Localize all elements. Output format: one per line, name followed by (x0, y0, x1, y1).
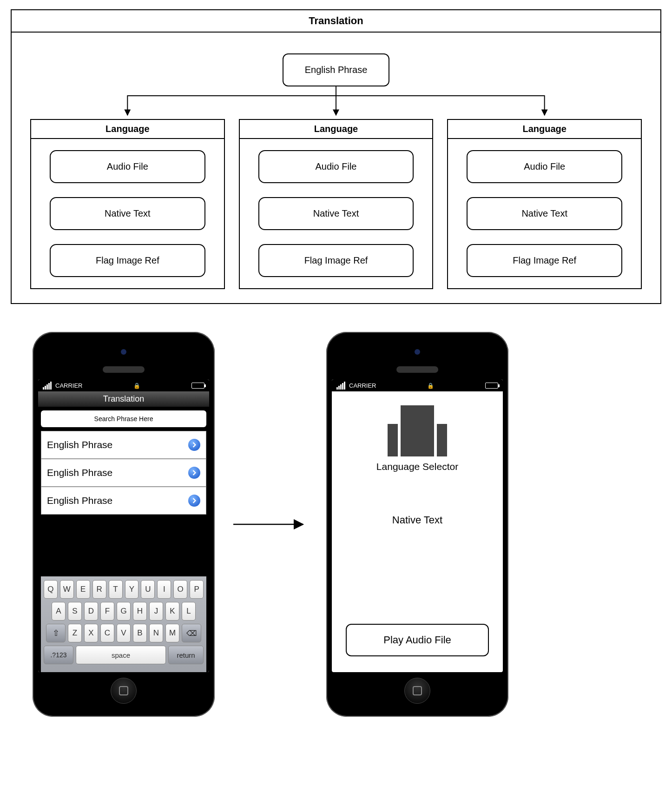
disclosure-icon[interactable] (188, 467, 200, 479)
diagram-body: English Phrase Language Audio File Nativ… (12, 33, 660, 303)
letter-key[interactable]: V (117, 624, 131, 642)
flag-image-ref-node: Flag Image Ref (258, 244, 414, 277)
phone-mockup-list: CARRIER Translation Search Phrase Here E… (33, 332, 215, 717)
letter-key[interactable]: B (133, 624, 147, 642)
home-button[interactable] (111, 678, 137, 704)
signal-icon (336, 382, 345, 390)
letter-key[interactable]: I (157, 580, 171, 599)
letter-key[interactable]: U (141, 580, 155, 599)
root-node-english-phrase: English Phrase (283, 53, 389, 86)
list-content: Search Phrase Here English Phrase Englis… (38, 407, 209, 672)
coverflow-main-icon (401, 405, 434, 456)
language-selector-label: Language Selector (376, 461, 458, 472)
return-key[interactable]: return (168, 646, 204, 664)
native-text-node: Native Text (50, 197, 205, 230)
language-header: Language (448, 120, 641, 139)
letter-key[interactable]: L (182, 602, 196, 621)
language-header: Language (31, 120, 224, 139)
language-columns: Language Audio File Native Text Flag Ima… (21, 119, 651, 289)
coverflow-side-icon (437, 424, 447, 456)
detail-content: Language Selector Native Text Play Audio… (332, 391, 503, 672)
letter-key[interactable]: M (165, 624, 179, 642)
letter-key[interactable]: R (92, 580, 106, 599)
audio-file-node: Audio File (50, 150, 205, 183)
camera-icon (121, 349, 126, 355)
branch-arrows (21, 86, 651, 119)
native-text-node: Native Text (467, 197, 622, 230)
language-box-3: Language Audio File Native Text Flag Ima… (447, 119, 642, 289)
letter-key[interactable]: O (173, 580, 187, 599)
flag-image-ref-node: Flag Image Ref (467, 244, 622, 277)
status-bar: CARRIER (38, 379, 209, 391)
carrier-label: CARRIER (349, 382, 376, 389)
disclosure-icon[interactable] (188, 495, 200, 507)
letter-key[interactable]: S (68, 602, 82, 621)
native-text-node: Native Text (258, 197, 414, 230)
flow-arrow-icon (233, 517, 308, 531)
letter-key[interactable]: D (84, 602, 98, 621)
status-bar: CARRIER (332, 379, 503, 391)
nav-title: Translation (38, 391, 209, 407)
letter-key[interactable]: A (52, 602, 66, 621)
play-audio-button[interactable]: Play Audio File (346, 624, 489, 656)
language-header: Language (240, 120, 433, 139)
coverflow-side-icon (388, 424, 398, 456)
letter-key[interactable]: G (117, 602, 131, 621)
letter-key[interactable]: J (149, 602, 163, 621)
home-button-area (38, 672, 209, 709)
phrase-row[interactable]: English Phrase (41, 459, 206, 487)
language-selector[interactable] (388, 405, 447, 456)
language-box-2: Language Audio File Native Text Flag Ima… (239, 119, 434, 289)
phone-mockups-row: CARRIER Translation Search Phrase Here E… (9, 332, 663, 717)
letter-key[interactable]: C (100, 624, 114, 642)
earpiece-icon (396, 366, 438, 373)
letter-key[interactable]: K (165, 602, 179, 621)
phone-top-hardware (38, 337, 209, 366)
disclosure-icon[interactable] (188, 439, 200, 451)
flag-image-ref-node: Flag Image Ref (50, 244, 205, 277)
phrase-row[interactable]: English Phrase (41, 487, 206, 515)
letter-key[interactable]: E (76, 580, 90, 599)
backspace-key[interactable]: ⌫ (182, 624, 201, 642)
phrase-label: English Phrase (47, 439, 112, 450)
letter-key[interactable]: T (109, 580, 123, 599)
camera-icon (415, 349, 420, 355)
diagram-title: Translation (12, 10, 660, 33)
letter-key[interactable]: H (133, 602, 147, 621)
battery-icon (191, 383, 204, 389)
translation-diagram: Translation English Phrase Language Audi… (11, 9, 661, 304)
letter-key[interactable]: W (60, 580, 74, 599)
battery-icon (485, 383, 498, 389)
native-text-label: Native Text (392, 514, 442, 526)
letter-key[interactable]: F (100, 602, 114, 621)
signal-icon (43, 382, 52, 390)
phrase-label: English Phrase (47, 495, 112, 506)
shift-key[interactable]: ⇧ (46, 624, 66, 642)
earpiece-icon (103, 366, 145, 373)
phone-screen: CARRIER Language Selector Native Text Pl… (332, 379, 503, 672)
space-key[interactable]: space (76, 646, 166, 664)
phone-screen: CARRIER Translation Search Phrase Here E… (38, 379, 209, 672)
home-button-area (332, 672, 503, 709)
letter-key[interactable]: Y (125, 580, 139, 599)
phrase-row[interactable]: English Phrase (41, 431, 206, 459)
carrier-label: CARRIER (55, 382, 83, 389)
letter-key[interactable]: X (84, 624, 98, 642)
letter-key[interactable]: P (190, 580, 204, 599)
phrase-label: English Phrase (47, 467, 112, 478)
search-input[interactable]: Search Phrase Here (41, 410, 206, 427)
home-button[interactable] (404, 678, 430, 704)
language-box-1: Language Audio File Native Text Flag Ima… (30, 119, 225, 289)
phone-mockup-detail: CARRIER Language Selector Native Text Pl… (326, 332, 508, 717)
lock-icon (133, 382, 140, 389)
lock-icon (427, 382, 434, 389)
onscreen-keyboard[interactable]: QWERTYUIOP ASDFGHJKL ⇧ ZXCVBNM ⌫ .?123 s… (41, 576, 206, 672)
audio-file-node: Audio File (258, 150, 414, 183)
letter-key[interactable]: N (149, 624, 163, 642)
numbers-key[interactable]: .?123 (44, 646, 73, 664)
audio-file-node: Audio File (467, 150, 622, 183)
letter-key[interactable]: Z (68, 624, 82, 642)
phone-top-hardware (332, 337, 503, 366)
letter-key[interactable]: Q (44, 580, 58, 599)
